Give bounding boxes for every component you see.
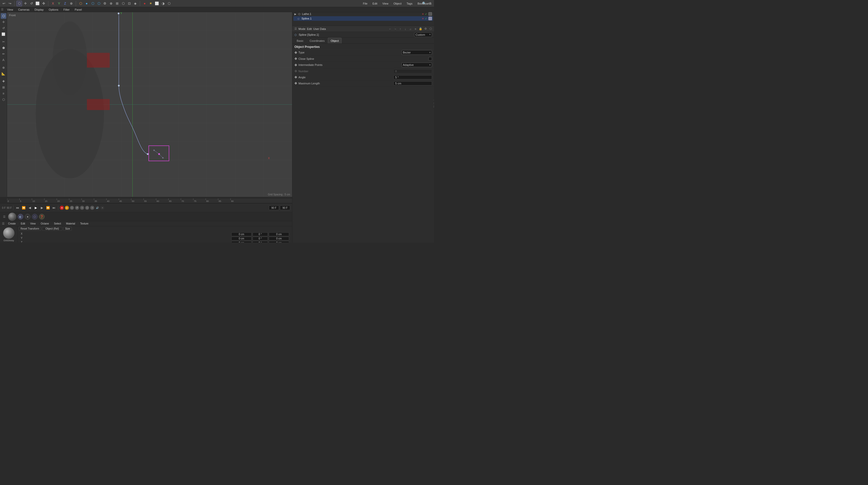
bottom-menu-material[interactable]: Material	[64, 221, 78, 226]
spline-btn[interactable]: ⊡	[126, 1, 132, 6]
top-menu-view[interactable]: View	[380, 0, 391, 7]
material-swatch-octglossy[interactable]	[8, 213, 16, 221]
reset-transform-btn[interactable]: Reset Transform	[19, 227, 41, 231]
view-menu-panel[interactable]: Panel	[72, 7, 84, 12]
world-btn[interactable]: ⊕	[68, 1, 74, 6]
om-item-lathe[interactable]: ▶ ⬡ Lathe.1 ✕ ✓	[293, 12, 433, 16]
coord-z-size[interactable]	[269, 241, 289, 243]
cube-btn[interactable]: ⬡	[78, 1, 83, 6]
undo-button[interactable]: ↩	[1, 1, 7, 6]
top-menu-object[interactable]: Object	[391, 0, 404, 7]
transform-btn[interactable]: ✛	[23, 1, 28, 6]
floor-btn[interactable]: ⬜	[154, 1, 160, 6]
bounce-indicator[interactable]: ≡	[90, 206, 94, 210]
object-rel-btn[interactable]: Object (Rel)	[42, 227, 62, 231]
close-spline-checkbox[interactable]	[428, 57, 432, 61]
material-swatch-4[interactable]: ⬡	[32, 214, 37, 219]
prop-filter-btn[interactable]: ≡	[413, 27, 418, 31]
cone-btn[interactable]: ⬡	[96, 1, 102, 6]
material-swatch-2[interactable]: ◐	[18, 214, 23, 219]
coord-z-pos[interactable]	[231, 241, 252, 243]
material-swatch-5[interactable]: ❓	[39, 214, 44, 219]
bottom-menu-octane[interactable]: Octane	[38, 221, 52, 226]
next-btn[interactable]: ▶	[39, 205, 44, 210]
tab-coordinates[interactable]: Coordinates	[307, 38, 327, 43]
redo-button[interactable]: ↪	[7, 1, 13, 6]
sun-btn[interactable]: ☀	[148, 1, 154, 6]
prop-fwd-btn[interactable]: →	[393, 27, 398, 31]
om-item-spline[interactable]: ◇ Spline.1 ✕ ✓	[293, 16, 433, 21]
y-axis-btn[interactable]: Y	[56, 1, 62, 6]
prop-back-btn[interactable]: ←	[388, 27, 393, 31]
tool-rotate[interactable]: ↺	[1, 25, 6, 31]
nurbs-btn[interactable]: ◈	[132, 1, 138, 6]
material-oct-glossy[interactable]	[8, 213, 16, 221]
intermediate-dropdown[interactable]: Adaptive	[402, 63, 432, 67]
tool-extra1[interactable]: ≡	[1, 91, 6, 96]
group-btn[interactable]: ⊕	[108, 1, 114, 6]
settings-btn[interactable]: ⚙	[102, 1, 108, 6]
tool-grid[interactable]: ⊞	[1, 85, 6, 90]
render-frame-field[interactable]	[280, 206, 290, 210]
view-menu-view[interactable]: View	[5, 7, 16, 12]
prop-down-btn[interactable]: ↓	[403, 27, 408, 31]
current-frame-field[interactable]	[269, 206, 279, 210]
coord-x-pos[interactable]	[231, 232, 252, 236]
tool-move[interactable]: ✛	[1, 19, 6, 25]
sphere-btn[interactable]: ●	[84, 1, 89, 6]
tool-measure[interactable]: 📐	[1, 71, 6, 77]
tool-snap[interactable]: ✚	[1, 79, 6, 84]
menu-hamburger[interactable]: ☰	[0, 7, 5, 12]
object-mode-btn[interactable]: ⬡	[17, 1, 22, 6]
tool-extra2[interactable]: ⬡	[1, 97, 6, 102]
coord-x-rot[interactable]	[253, 232, 268, 236]
bottom-menu-view[interactable]: View	[28, 221, 38, 226]
motion-indicator[interactable]: ▷	[65, 206, 69, 210]
prop-lock-btn[interactable]: 🔒	[418, 27, 423, 31]
tab-object[interactable]: Object	[328, 38, 342, 43]
prop-search-btn[interactable]: ⌕	[408, 27, 413, 31]
next-frame-btn[interactable]: ⏩	[45, 205, 51, 210]
prev-frame-btn[interactable]: ⏪	[21, 205, 26, 210]
go-end-btn[interactable]: ⏭	[52, 205, 57, 210]
rotate-btn[interactable]: ↺	[29, 1, 34, 6]
prop-settings-btn[interactable]: ⚙	[423, 27, 428, 31]
bottom-menu-select[interactable]: Select	[52, 221, 64, 226]
bottom-menu-texture[interactable]: Texture	[78, 221, 91, 226]
tool-brush[interactable]: ✏	[1, 51, 6, 57]
auto-indicator[interactable]: ↺	[75, 206, 79, 210]
coord-y-size[interactable]	[269, 237, 289, 240]
material-swatch-3[interactable]: ●	[25, 214, 30, 219]
size-btn[interactable]: Size	[63, 227, 72, 231]
cache-indicator[interactable]: ⬡	[70, 206, 74, 210]
prop-up-btn[interactable]: ↑	[398, 27, 403, 31]
tool-polygon[interactable]: ⬟	[1, 45, 6, 51]
custom-dropdown[interactable]: Custom	[414, 32, 432, 37]
top-menu-tags[interactable]: Tags	[404, 0, 415, 7]
deformer-btn[interactable]: ⬡	[120, 1, 126, 6]
move-btn[interactable]: ✜	[41, 1, 46, 6]
tool-magnet[interactable]: ⊕	[1, 65, 6, 70]
bottom-menu-edit[interactable]: Edit	[18, 221, 28, 226]
tab-basic[interactable]: Basic	[294, 38, 306, 43]
sound-indicator[interactable]: 🔊	[95, 206, 99, 210]
view-menu-cameras[interactable]: Cameras	[16, 7, 32, 12]
type-dropdown[interactable]: Bezier	[402, 50, 432, 55]
view-menu-options[interactable]: Options	[46, 7, 61, 12]
z-axis-btn[interactable]: Z	[62, 1, 68, 6]
coord-y-rot[interactable]	[253, 237, 268, 240]
prop-extra-btn[interactable]: ⬡	[428, 27, 433, 31]
extra-indicator[interactable]: ≡	[100, 206, 104, 210]
timeline-ruler[interactable]: 0 5 10 15 20 25 30 35 40 45 50 55 60 65 …	[7, 198, 292, 203]
loop-indicator[interactable]: ⬡	[85, 206, 89, 210]
render2-btn[interactable]: ⬡	[166, 1, 172, 6]
top-menu-file[interactable]: File	[361, 0, 370, 7]
material-menu-btn[interactable]: ☰	[2, 214, 7, 219]
go-start-btn[interactable]: ⏮	[15, 205, 20, 210]
bottom-menu-create[interactable]: Create	[6, 221, 18, 226]
angle-field[interactable]	[394, 75, 432, 79]
coord-x-size[interactable]	[269, 232, 289, 236]
coord-z-rot[interactable]	[253, 241, 268, 243]
tool-scale[interactable]: ⬜	[1, 31, 6, 37]
prev-btn[interactable]: ◀	[27, 205, 32, 210]
